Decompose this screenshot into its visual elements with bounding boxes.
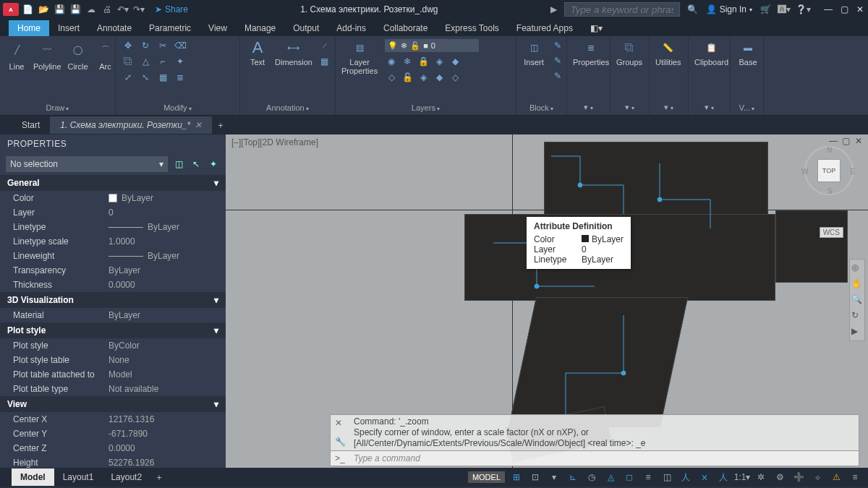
redo-icon[interactable]: ↷▾	[133, 4, 145, 15]
doc-tab-file[interactable]: 1. Схема электрики. Розетки_*✕	[50, 116, 212, 134]
trim-icon[interactable]: ✂	[156, 39, 169, 52]
layer-off-icon[interactable]: ◉	[385, 55, 398, 68]
prop-section-view[interactable]: View▾	[0, 396, 226, 412]
selection-cycling-icon[interactable]: 人	[678, 470, 693, 484]
vp-maximize-icon[interactable]: ▢	[842, 136, 852, 146]
layer-freeze-icon[interactable]: ❄	[401, 55, 414, 68]
prop-section-viz[interactable]: 3D Visualization▾	[0, 292, 226, 308]
layer-combo[interactable]: 💡❄🔓■0	[385, 39, 479, 52]
new-tab-button[interactable]: ＋	[212, 119, 229, 132]
layout-tab-model[interactable]: Model	[12, 468, 54, 486]
prop-row[interactable]: Color ByLayer	[0, 191, 226, 205]
tab-addins[interactable]: Add-ins	[328, 20, 375, 36]
tab-parametric[interactable]: Parametric	[140, 20, 200, 36]
groups-button[interactable]: ⿻Groups	[616, 39, 642, 67]
scale-button[interactable]: 1:1▾	[735, 470, 749, 484]
quick-select-icon[interactable]: ✦	[207, 158, 220, 171]
viewcube-face[interactable]: TOP	[817, 159, 841, 182]
prop-row[interactable]: Plot style tableNone	[0, 353, 226, 367]
cart-icon[interactable]: 🛒	[760, 4, 771, 15]
layer-match-icon[interactable]: ◈	[433, 55, 446, 68]
line-button[interactable]: ╱Line	[6, 39, 27, 71]
undo-icon[interactable]: ↶▾	[117, 4, 129, 15]
tab-view[interactable]: View	[200, 20, 236, 36]
customization-icon[interactable]: ≡	[848, 470, 862, 484]
prop-row[interactable]: Plot table attached toModel	[0, 367, 226, 382]
tab-insert[interactable]: Insert	[49, 20, 88, 36]
close-tab-icon[interactable]: ✕	[195, 120, 202, 130]
array-icon[interactable]: ▦	[156, 71, 169, 84]
panel-groups-label[interactable]: ▾	[616, 101, 643, 114]
prop-row[interactable]: Thickness0.0000	[0, 278, 226, 292]
annotation-visibility-icon[interactable]: ✲	[754, 470, 768, 484]
clipboard-button[interactable]: 📋Clipboard	[694, 39, 728, 67]
snap-icon[interactable]: ⊡	[528, 470, 542, 484]
showmotion-icon[interactable]: ▶	[851, 326, 863, 338]
panel-block-label[interactable]: Block	[522, 102, 561, 114]
panel-properties-label[interactable]: ▾	[573, 101, 604, 114]
tab-collaborate[interactable]: Collaborate	[375, 20, 436, 36]
plot-icon[interactable]: 🖨	[101, 4, 113, 15]
new-icon[interactable]: 📄	[22, 4, 33, 15]
cloud-open-icon[interactable]: ☁	[85, 4, 97, 15]
offset-icon[interactable]: ≣	[174, 71, 187, 84]
fillet-icon[interactable]: ⌐	[156, 55, 169, 68]
edit-block-icon[interactable]: ✎	[551, 54, 564, 67]
tab-express-tools[interactable]: Express Tools	[436, 20, 507, 36]
layer-make-icon[interactable]: ◈	[417, 71, 430, 84]
layer-properties-button[interactable]: ▤Layer Properties	[341, 39, 378, 75]
close-button[interactable]: ✕	[855, 4, 865, 14]
vp-close-icon[interactable]: ✕	[855, 136, 865, 146]
annotation-monitor-icon[interactable]: ➕	[791, 470, 806, 484]
prop-row[interactable]: Plot styleByColor	[0, 338, 226, 353]
select-icon[interactable]: ↖	[190, 158, 203, 171]
scale-icon[interactable]: ⤡	[139, 71, 152, 84]
app-logo[interactable]: A	[3, 3, 19, 16]
model-badge[interactable]: MODEL	[468, 471, 505, 483]
layout-tab-layout1[interactable]: Layout1	[54, 468, 103, 486]
prop-section-plot[interactable]: Plot style▾	[0, 322, 226, 338]
orbit-icon[interactable]: ↻	[851, 310, 863, 322]
search-icon[interactable]: 🔍	[687, 4, 699, 15]
prop-row[interactable]: Lineweight ByLayer	[0, 249, 226, 263]
zoom-extents-icon[interactable]: 🔍	[851, 294, 863, 306]
grid-icon[interactable]: ⊞	[509, 470, 524, 484]
prop-row[interactable]: Linetype ByLayer	[0, 220, 226, 234]
command-input[interactable]: >_ Type a command	[330, 450, 859, 466]
lineweight-icon[interactable]: ≡	[641, 470, 655, 484]
prop-row[interactable]: TransparencyByLayer	[0, 263, 226, 278]
quick-properties-icon[interactable]: ⚠	[829, 470, 843, 484]
search-play-icon[interactable]: ▶	[550, 4, 557, 14]
wheel-icon[interactable]: ◎	[851, 262, 863, 274]
layer-prev-icon[interactable]: ◆	[448, 55, 461, 68]
polyline-button[interactable]: 〰Polyline	[33, 39, 61, 71]
workspace-icon[interactable]: ⚙	[773, 470, 787, 484]
tab-home[interactable]: Home	[9, 20, 49, 36]
copy-icon[interactable]: ⿻	[122, 55, 135, 68]
prop-row[interactable]: Plot table typeNot available	[0, 382, 226, 396]
text-button[interactable]: AText	[246, 39, 269, 67]
cmd-close-icon[interactable]: ✕	[335, 418, 342, 429]
viewcube[interactable]: TOP N S E W	[804, 146, 854, 195]
polar-icon[interactable]: ◷	[584, 470, 599, 484]
layer-state-icon[interactable]: ◇	[448, 71, 461, 84]
maximize-button[interactable]: ▢	[839, 4, 849, 14]
tab-output[interactable]: Output	[284, 20, 328, 36]
layer-walk-icon[interactable]: ◆	[433, 71, 446, 84]
erase-icon[interactable]: ⌫	[174, 39, 187, 52]
wcs-label[interactable]: WCS	[820, 227, 843, 238]
viewport-label[interactable]: [–][Top][2D Wireframe]	[231, 137, 318, 147]
tab-manage[interactable]: Manage	[236, 20, 284, 36]
base-view-button[interactable]: ▬Base	[736, 39, 760, 67]
exchange-icon[interactable]: 🅰▾	[778, 4, 790, 15]
help-icon[interactable]: ❔▾	[797, 4, 809, 15]
add-layout-button[interactable]: ＋	[150, 471, 168, 484]
properties-button[interactable]: ≣Properties	[573, 39, 609, 67]
utilities-button[interactable]: 📏Utilities	[655, 39, 681, 67]
prop-row[interactable]: MaterialByLayer	[0, 308, 226, 322]
prop-row[interactable]: Linetype scale1.0000	[0, 234, 226, 249]
selection-combo[interactable]: No selection▾	[6, 156, 168, 172]
arc-button[interactable]: ⌒Arc	[95, 39, 116, 71]
panel-view-label[interactable]: V...	[736, 102, 757, 114]
attribute-icon[interactable]: ✎	[551, 69, 564, 82]
